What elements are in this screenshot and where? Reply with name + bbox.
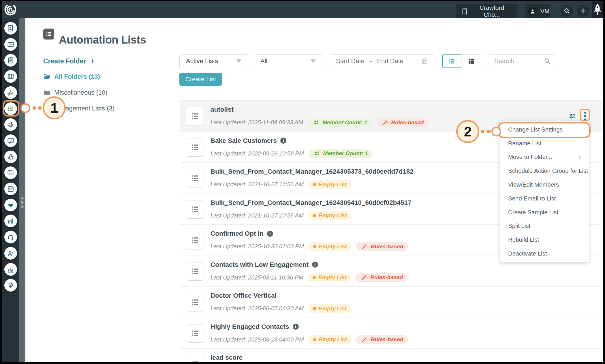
list-name: Bulk_Send_From_Contact_Manager_162430537…	[211, 168, 414, 175]
rules-badge: Rules-based	[377, 118, 429, 127]
chevron-down-icon	[311, 59, 316, 63]
sidebar-item-email[interactable]	[4, 38, 17, 51]
sidebar-item-leads[interactable]	[4, 247, 17, 260]
support-icon	[7, 233, 14, 241]
create-folder-label: Create Folder	[43, 57, 86, 65]
sidebar-item-badges[interactable]	[4, 134, 17, 147]
list-row[interactable]: Doctor Office Vertical Last Updated: 202…	[180, 286, 602, 318]
grip-dot	[21, 197, 24, 200]
list-icon	[186, 293, 204, 312]
lists-icon	[7, 105, 14, 112]
list-view-icon	[448, 57, 456, 65]
list-view-toggle[interactable]	[442, 54, 461, 68]
rules-badge: Rules-based	[356, 335, 408, 344]
sidebar-item-integrations[interactable]	[4, 279, 17, 292]
list-name: autolist	[211, 106, 234, 113]
search-icon	[544, 57, 551, 65]
menu-item-move-to-folder[interactable]: Move to Folder...›	[500, 150, 589, 164]
account-switcher-button[interactable]: Crawford Cho...	[456, 4, 517, 18]
list-status-dropdown[interactable]: Active Lists	[179, 54, 248, 68]
info-icon[interactable]: i	[293, 324, 299, 330]
row-menu-kebab-icon[interactable]	[582, 110, 588, 122]
search-icon	[563, 7, 570, 14]
list-icon	[186, 231, 204, 249]
folder-label: All Folders (13)	[54, 73, 100, 80]
menu-item-send-email-to-list[interactable]: Send Email to List	[500, 192, 589, 205]
view-members-icon[interactable]	[568, 112, 577, 121]
search-input[interactable]	[494, 57, 541, 65]
folder-item[interactable]: Engagement Lists (3)	[43, 104, 114, 113]
empty-dot-icon	[313, 307, 316, 310]
menu-item-schedule-action-group-for-list[interactable]: Schedule Action Group for List	[500, 164, 589, 178]
info-icon[interactable]: i	[312, 262, 318, 268]
sidebar-item-growth[interactable]	[4, 215, 17, 227]
email-icon	[7, 41, 14, 48]
list-row[interactable]: Highly Engaged Contactsi Last Updated: 2…	[180, 318, 602, 349]
sidebar-item-broadcasts[interactable]	[4, 118, 17, 131]
list-actions-menu: Change List SettingsRename ListMove to F…	[500, 121, 589, 262]
last-updated: Last Updated: 2025-06-05 06:30 AM	[211, 305, 304, 312]
topbar: Crawford Cho... VM	[2, 1, 603, 18]
sidebar-item-calendar[interactable]	[4, 183, 17, 195]
plus-icon	[579, 7, 587, 15]
sidebar-item-support[interactable]	[4, 231, 17, 243]
menu-item-label: Schedule Action Group for List	[508, 167, 588, 174]
menu-item-view-edit-members[interactable]: View/Edit Members	[500, 178, 589, 192]
folder-item[interactable]: All Folders (13)	[43, 72, 100, 81]
global-search-button[interactable]	[561, 5, 573, 17]
create-list-button[interactable]: Create List	[179, 73, 222, 86]
sidebar-item-media[interactable]	[4, 166, 17, 179]
sidebar-resize-strip[interactable]	[19, 18, 25, 362]
list-type-dropdown[interactable]: All	[254, 54, 322, 68]
grip-dot	[21, 205, 24, 208]
last-updated: Last Updated: 2021-10-27 10:56 AM	[211, 181, 304, 188]
grid-view-toggle[interactable]	[461, 54, 481, 68]
list-meta: Last Updated: 2025-08-18 04:00 PMEmpty L…	[211, 335, 408, 344]
start-date-field[interactable]: Start Date	[336, 57, 364, 65]
menu-item-split-list[interactable]: Split List	[500, 219, 589, 233]
menu-item-deactivate-list[interactable]: Deactivate List	[500, 247, 589, 260]
menu-item-label: View/Edit Members	[508, 181, 559, 188]
menu-item-label: Deactivate List	[508, 250, 547, 257]
info-icon[interactable]: i	[267, 231, 273, 237]
sidebar-item-reports[interactable]	[4, 263, 17, 276]
date-range-filter[interactable]: Start Date - End Date	[330, 54, 434, 68]
empty-dot-icon	[313, 183, 316, 186]
keap-logo-icon	[4, 3, 17, 16]
sidebar-item-deals[interactable]	[4, 199, 17, 211]
leads-icon	[7, 249, 14, 257]
menu-item-label: Create Sample List	[508, 209, 558, 216]
folder-item[interactable]: Miscellaneous (10)	[43, 88, 108, 97]
menu-item-change-list-settings[interactable]: Change List Settings	[500, 123, 589, 136]
global-add-button[interactable]	[577, 5, 589, 17]
broadcasts-icon	[7, 121, 14, 128]
menu-item-rename-list[interactable]: Rename List	[500, 136, 589, 150]
menu-item-create-sample-list[interactable]: Create Sample List	[500, 205, 589, 219]
info-icon[interactable]: i	[280, 138, 286, 144]
launch-rocket-button[interactable]	[592, 1, 603, 18]
sidebar	[2, 18, 19, 362]
user-menu-button[interactable]: VM	[525, 4, 550, 18]
sidebar-item-reviews[interactable]	[4, 151, 17, 163]
last-updated: Last Updated: 2022-09-29 10:59 PM	[211, 150, 304, 157]
sidebar-item-tasks[interactable]	[4, 54, 17, 67]
list-icon	[186, 107, 204, 125]
list-row[interactable]: lead score	[180, 348, 602, 362]
folder-open-icon	[43, 73, 51, 80]
menu-item-rebuild-list[interactable]: Rebuild List	[500, 233, 589, 247]
list-status-value: Active Lists	[186, 57, 218, 65]
folder-label: Engagement Lists (3)	[54, 105, 114, 112]
sidebar-item-maps[interactable]	[4, 70, 17, 83]
sidebar-item-lists[interactable]	[4, 102, 17, 115]
row-actions	[568, 110, 588, 122]
empty-dot-icon	[313, 214, 316, 217]
create-folder-link[interactable]: Create Folder +	[43, 57, 95, 66]
empty-dot-icon	[313, 245, 316, 248]
sidebar-item-campaigns[interactable]	[4, 86, 17, 99]
integrations-icon	[7, 282, 14, 289]
end-date-field[interactable]: End Date	[377, 57, 403, 65]
contacts-icon	[7, 25, 14, 32]
sidebar-item-contacts[interactable]	[4, 22, 17, 35]
rules-badge: Rules-based	[356, 242, 408, 251]
empty-badge: Empty List	[309, 242, 352, 251]
